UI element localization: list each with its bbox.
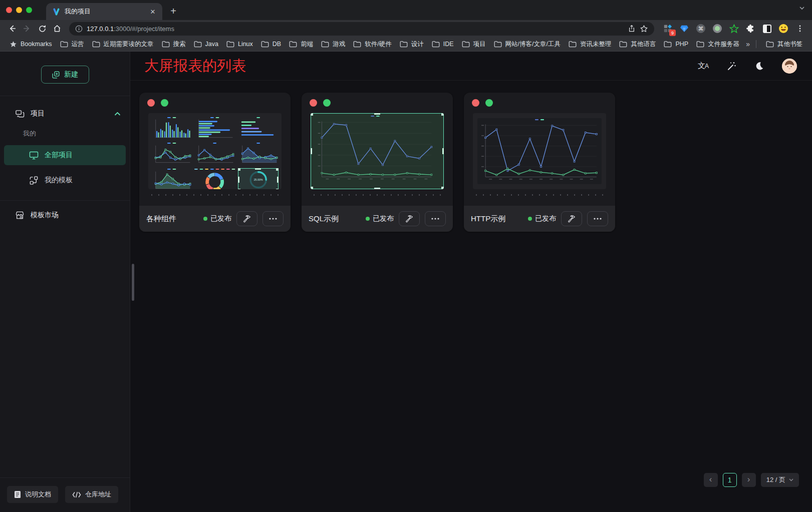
- bookmark-folder[interactable]: 项目: [458, 39, 489, 50]
- more-button[interactable]: [587, 211, 608, 226]
- close-window-button[interactable]: [6, 7, 12, 13]
- extension-emoji-icon[interactable]: [778, 23, 789, 34]
- extension-gem-icon[interactable]: [679, 23, 690, 34]
- extension-blocks-icon[interactable]: 9: [662, 23, 673, 34]
- docs-button[interactable]: 说明文档: [7, 486, 58, 503]
- edit-button[interactable]: [399, 211, 420, 226]
- bookmark-folder[interactable]: 搜索: [158, 39, 189, 50]
- hammer-icon: [243, 215, 251, 223]
- repo-button[interactable]: 仓库地址: [65, 486, 118, 503]
- browser-tab[interactable]: 我的项目 ✕: [46, 3, 162, 20]
- area-chart-thumb: [151, 168, 192, 189]
- extension-circle-icon[interactable]: [712, 23, 723, 34]
- prev-page-button[interactable]: ‹: [704, 473, 718, 487]
- back-button[interactable]: [5, 22, 19, 36]
- extension-badge: 9: [669, 30, 676, 36]
- edit-button[interactable]: [561, 211, 582, 226]
- bookmark-folder-label: 资讯未整理: [580, 40, 612, 49]
- forward-button[interactable]: [20, 22, 34, 36]
- bookmark-folder-label: 项目: [473, 40, 486, 49]
- more-button[interactable]: [425, 211, 446, 226]
- extensions-bar: 9 ⌘: [659, 23, 792, 34]
- page-size-select[interactable]: 12 / 页: [761, 473, 799, 487]
- reload-button[interactable]: [35, 22, 49, 36]
- browser-menu-icon[interactable]: [793, 22, 807, 36]
- extension-command-icon[interactable]: ⌘: [695, 23, 706, 34]
- sidebar-item-my-templates[interactable]: 我的模板: [4, 170, 126, 190]
- folder-icon: [261, 41, 269, 48]
- status-dot: [203, 217, 207, 221]
- sidebar-item-label: 我的模板: [45, 176, 73, 185]
- card-dots: [310, 99, 331, 107]
- folder-icon: [462, 41, 470, 48]
- new-tab-button[interactable]: +: [166, 4, 180, 18]
- bookmark-folder[interactable]: Java: [190, 39, 222, 49]
- language-icon[interactable]: 文A: [698, 61, 708, 71]
- bookmark-folder[interactable]: 文件服务器: [693, 39, 743, 50]
- folder-icon: [321, 41, 329, 48]
- maximize-window-button[interactable]: [26, 7, 32, 13]
- bookmark-folder-label: 其他语言: [631, 40, 656, 49]
- next-page-button[interactable]: ›: [742, 473, 756, 487]
- bookmark-folder[interactable]: 近期需要读的文章: [89, 39, 157, 50]
- dark-mode-moon-icon[interactable]: [754, 61, 764, 71]
- folder-icon: [194, 41, 202, 48]
- bookmark-folder[interactable]: 设计: [396, 39, 427, 50]
- tab-search-chevron-icon[interactable]: [799, 5, 805, 11]
- bookmark-folder[interactable]: DB: [257, 39, 285, 49]
- extension-star-icon[interactable]: [728, 23, 739, 34]
- sidebar-section-project[interactable]: 项目: [0, 103, 130, 124]
- status-dot: [528, 217, 532, 221]
- page-number-button[interactable]: 1: [723, 473, 737, 487]
- tab-strip: 我的项目 ✕ +: [0, 0, 812, 20]
- line-chart-thumb: [313, 115, 437, 185]
- new-project-button[interactable]: 新建: [41, 66, 89, 84]
- window-controls[interactable]: [0, 7, 39, 20]
- bookmarks-root-folder[interactable]: Bookmarks: [6, 39, 56, 50]
- project-thumbnail[interactable]: 25.00%: [148, 113, 282, 189]
- bookmark-folder[interactable]: 软件/硬件: [350, 39, 395, 50]
- storefront-icon: [15, 211, 25, 220]
- bookmark-star-icon[interactable]: [640, 25, 648, 33]
- edit-button[interactable]: [236, 211, 257, 226]
- bookmark-folder[interactable]: PHP: [660, 39, 692, 49]
- home-button[interactable]: [50, 22, 64, 36]
- card-footer: HTTP示例 已发布: [464, 206, 615, 232]
- new-project-label: 新建: [64, 70, 78, 79]
- project-thumbnail[interactable]: [473, 113, 606, 189]
- sidebar-divider: [0, 200, 130, 201]
- more-dots-icon: [431, 218, 439, 220]
- bookmark-folder[interactable]: 网站/博客/文章/工具: [490, 39, 564, 50]
- address-bar[interactable]: 127.0.0.1:3000/#/project/items: [69, 22, 654, 36]
- bookmark-folder[interactable]: Linux: [223, 39, 256, 49]
- bookmark-folder[interactable]: IDE: [428, 39, 457, 49]
- bookmark-folder[interactable]: 前端: [286, 39, 317, 50]
- chevron-up-icon[interactable]: [114, 112, 121, 116]
- bookmark-folder[interactable]: 其他语言: [616, 39, 659, 50]
- extension-darkreader-icon[interactable]: [761, 23, 772, 34]
- favicon: [52, 8, 61, 16]
- project-card[interactable]: SQL示例 已发布: [302, 93, 453, 232]
- tab-close-icon[interactable]: ✕: [148, 7, 157, 16]
- svg-text:⌘: ⌘: [698, 26, 704, 32]
- project-card[interactable]: HTTP示例 已发布: [464, 93, 615, 232]
- sidebar-item-all-projects[interactable]: 全部项目: [4, 145, 126, 165]
- status-badge: 已发布: [203, 214, 231, 223]
- sidebar-item-template-market[interactable]: 模板市场: [0, 205, 130, 226]
- user-avatar[interactable]: [782, 59, 797, 74]
- project-title: SQL示例: [309, 214, 339, 224]
- more-button[interactable]: [262, 211, 284, 226]
- other-bookmarks-folder[interactable]: 其他书签: [762, 39, 806, 50]
- magic-wand-icon[interactable]: [726, 61, 736, 71]
- bookmarks-bar: Bookmarks 运营 近期需要读的文章 搜索: [0, 37, 812, 52]
- site-info-icon[interactable]: [75, 25, 83, 33]
- project-card[interactable]: 25.00% 各种组件 已发布: [139, 93, 291, 232]
- extensions-puzzle-icon[interactable]: [745, 23, 756, 34]
- bookmark-folder[interactable]: 游戏: [318, 39, 349, 50]
- project-thumbnail[interactable]: [311, 113, 444, 189]
- minimize-window-button[interactable]: [16, 7, 22, 13]
- share-icon[interactable]: [628, 25, 636, 33]
- bookmark-folder[interactable]: 资讯未整理: [565, 39, 615, 50]
- bookmark-folder[interactable]: 运营: [57, 39, 88, 50]
- bookmarks-overflow-chevron[interactable]: »: [746, 40, 750, 48]
